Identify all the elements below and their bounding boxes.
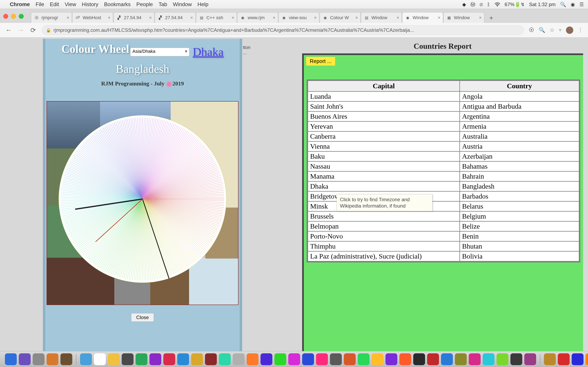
dock-app-icon[interactable]: [122, 353, 134, 365]
back-button[interactable]: ←: [5, 26, 12, 34]
browser-tab[interactable]: ◉Colour W×: [320, 12, 361, 23]
menu-people[interactable]: People: [136, 1, 153, 8]
tab-close-icon[interactable]: ×: [355, 15, 358, 20]
notification-center-icon[interactable]: ☰: [579, 2, 584, 7]
spotlight-icon[interactable]: 🔍: [560, 2, 566, 7]
dock-app-icon[interactable]: [108, 353, 120, 365]
tab-close-icon[interactable]: ×: [190, 15, 193, 20]
dock-app-icon[interactable]: [288, 353, 300, 365]
profile-avatar[interactable]: [566, 26, 573, 34]
dock-app-icon[interactable]: [219, 353, 231, 365]
address-bar[interactable]: 🔒 rjmprogramming.com.au/HTMLCSS/wlsvsphp…: [42, 25, 524, 35]
browser-tab[interactable]: ▞27.54.94×: [113, 12, 154, 23]
capital-cell[interactable]: Buenos Aires: [308, 111, 460, 122]
browser-tab[interactable]: ▤Window×: [361, 12, 402, 23]
menu-file[interactable]: File: [35, 1, 44, 8]
dock-app-icon[interactable]: [441, 353, 453, 365]
browser-tab[interactable]: ⓐrjmprogr×: [31, 12, 72, 23]
wifi-icon[interactable]: [494, 2, 500, 7]
country-cell[interactable]: Bahrain: [460, 171, 579, 182]
capital-cell[interactable]: Nassau: [308, 161, 460, 171]
siri-icon[interactable]: ◉: [571, 2, 575, 7]
country-cell[interactable]: Azerbaijan: [460, 151, 579, 161]
table-row[interactable]: CanberraAustralia: [308, 132, 579, 142]
dock-app-icon[interactable]: [524, 353, 536, 365]
colour-wheel-circle[interactable]: [59, 115, 226, 283]
capital-cell[interactable]: Yerevan: [308, 122, 460, 132]
capital-cell[interactable]: Saint John's: [308, 101, 460, 111]
dock-app-icon[interactable]: [191, 353, 203, 365]
dock-app-icon[interactable]: [5, 353, 17, 365]
country-cell[interactable]: Bahamas: [460, 161, 579, 171]
menu-tab[interactable]: Tab: [159, 1, 167, 8]
dock-app-icon[interactable]: [233, 353, 245, 365]
extension-icon[interactable]: ▾: [559, 27, 562, 33]
dock-app-icon[interactable]: [80, 353, 92, 365]
menu-help[interactable]: Help: [198, 1, 208, 8]
app-name[interactable]: Chrome: [10, 1, 30, 8]
tab-close-icon[interactable]: ×: [479, 15, 482, 20]
dock-app-icon[interactable]: [205, 353, 217, 365]
tab-close-icon[interactable]: ×: [314, 15, 317, 20]
dock-app-icon[interactable]: [483, 353, 494, 365]
country-cell[interactable]: Angola: [460, 92, 579, 101]
country-cell[interactable]: Bhutan: [460, 242, 579, 251]
report-button[interactable]: Report ...: [306, 57, 336, 66]
country-cell[interactable]: Barbados: [460, 192, 579, 201]
minimize-window-button[interactable]: [11, 14, 16, 19]
dock-app-icon[interactable]: [385, 353, 397, 365]
country-cell[interactable]: Belgium: [460, 211, 579, 221]
dock-app-icon[interactable]: [558, 353, 570, 365]
translate-icon[interactable]: ⦿: [529, 27, 534, 33]
colour-wheel-canvas[interactable]: [47, 101, 238, 305]
dock-app-icon[interactable]: [330, 353, 342, 365]
capital-cell[interactable]: Baku: [308, 151, 460, 161]
dock-app-icon[interactable]: [177, 353, 189, 365]
tab-close-icon[interactable]: ×: [273, 15, 276, 20]
dock-app-icon[interactable]: [399, 353, 411, 365]
dock-app-icon[interactable]: [33, 353, 44, 365]
close-window-button[interactable]: [3, 14, 8, 19]
dock-app-icon[interactable]: [94, 353, 106, 365]
tab-close-icon[interactable]: ×: [67, 15, 69, 20]
clock[interactable]: Sat 1:32 pm: [529, 2, 555, 7]
tab-close-icon[interactable]: ×: [438, 15, 440, 20]
dock-app-icon[interactable]: [544, 353, 556, 365]
bluetooth-icon[interactable]: ᛒ: [487, 2, 490, 7]
dock-app-icon[interactable]: [302, 353, 314, 365]
country-cell[interactable]: Bangladesh: [460, 182, 579, 192]
chrome-menu-icon[interactable]: ⋮: [578, 27, 583, 33]
dock-app-icon[interactable]: [274, 353, 286, 365]
dock-app-icon[interactable]: [316, 353, 328, 365]
dock-app-icon[interactable]: [497, 353, 508, 365]
browser-tab[interactable]: ▞27.54.94×: [155, 12, 196, 23]
capital-cell[interactable]: Canberra: [308, 132, 460, 142]
dock-app-icon[interactable]: [372, 353, 383, 365]
menu-window[interactable]: Window: [173, 1, 192, 8]
country-cell[interactable]: Belarus: [460, 201, 579, 211]
browser-tab[interactable]: cPWebHost×: [72, 12, 113, 23]
country-cell[interactable]: Armenia: [460, 122, 579, 132]
table-row[interactable]: BelmopanBelize: [308, 221, 579, 231]
capital-cell[interactable]: Dhaka: [308, 182, 460, 192]
table-row[interactable]: BakuAzerbaijan: [308, 151, 579, 161]
table-row[interactable]: ManamaBahrain: [308, 171, 579, 182]
bookmark-star-icon[interactable]: ☆: [550, 27, 554, 33]
dock-app-icon[interactable]: [469, 353, 481, 365]
menu-bookmarks[interactable]: Bookmarks: [104, 1, 131, 8]
browser-tab[interactable]: ◉view-sou×: [278, 12, 319, 23]
table-row[interactable]: ViennaAustria: [308, 142, 579, 151]
capital-cell[interactable]: La Paz (administrative), Sucre (judicial…: [308, 251, 460, 261]
table-row[interactable]: Saint John'sAntigua and Barbuda: [308, 101, 579, 111]
dock-app-icon[interactable]: [149, 353, 161, 365]
country-cell[interactable]: Australia: [460, 132, 579, 142]
browser-tab[interactable]: ◉Window×: [402, 12, 443, 23]
table-row[interactable]: ThimphuBhutan: [308, 242, 579, 251]
capital-cell[interactable]: Thimphu: [308, 242, 460, 251]
dock-app-icon[interactable]: [260, 353, 272, 365]
dock-app-icon[interactable]: [455, 353, 467, 365]
dock-app-icon[interactable]: [510, 353, 522, 365]
table-row[interactable]: NassauBahamas: [308, 161, 579, 171]
table-row[interactable]: BrusselsBelgium: [308, 211, 579, 221]
dock-app-icon[interactable]: [358, 353, 370, 365]
